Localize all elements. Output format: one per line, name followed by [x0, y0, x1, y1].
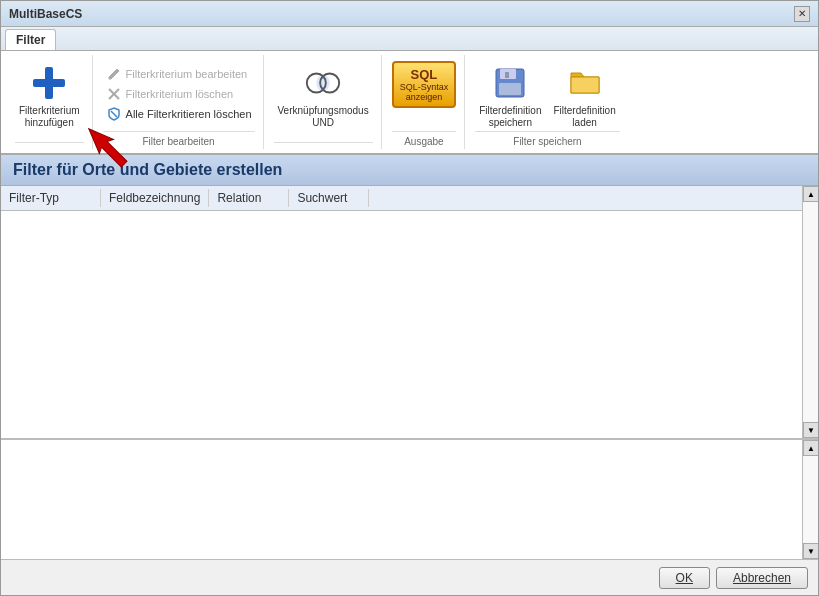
- col-relation: Relation: [209, 189, 289, 207]
- bottom-scrollbar: ▲ ▼: [802, 440, 818, 559]
- tab-filter[interactable]: Filter: [5, 29, 56, 50]
- bottom-scroll-down-button[interactable]: ▼: [803, 543, 818, 559]
- edit-criterion-label: Filterkriterium bearbeiten: [126, 68, 248, 80]
- cancel-button[interactable]: Abbrechen: [716, 567, 808, 589]
- link-mode-button[interactable]: VerknüpfungsmodusUND: [274, 61, 373, 131]
- svg-rect-1: [33, 79, 65, 87]
- folder-icon: [565, 63, 605, 103]
- filter-speichern-label: Filter speichern: [475, 131, 620, 147]
- filter-table-section: Filter-Typ Feldbezeichnung Relation Such…: [1, 186, 818, 439]
- svg-point-7: [316, 74, 329, 91]
- bottom-panel: ▲ ▼: [1, 439, 818, 559]
- title-bar: MultiBaseCS ✕: [1, 1, 818, 27]
- pencil-icon: [106, 66, 122, 82]
- ribbon-tabs: Filter: [1, 27, 818, 51]
- sql-sub-label: SQL-Syntaxanzeigen: [400, 82, 449, 102]
- table-header: Filter-Typ Feldbezeichnung Relation Such…: [1, 186, 818, 211]
- load-filter-def-label: Filterdefinitionladen: [553, 105, 615, 129]
- shield-x-icon: [106, 106, 122, 122]
- footer: OK Abbrechen: [1, 559, 818, 595]
- add-criterion-label: Filterkriteriumhinzufügen: [19, 105, 80, 129]
- bottom-scroll-track: [803, 456, 818, 543]
- save-filter-def-label: Filterdefinitionspeichern: [479, 105, 541, 129]
- ribbon: Filterkriteriumhinzufügen Filter: [1, 51, 818, 155]
- ribbon-group-edit-filter: Filterkriterium bearbeiten Filterkriteri…: [95, 55, 264, 149]
- main-window: MultiBaseCS ✕ Filter Filterkriteriumhinz…: [0, 0, 819, 596]
- scroll-up-button[interactable]: ▲: [803, 186, 818, 202]
- col-feldbezeichnung: Feldbezeichnung: [101, 189, 209, 207]
- delete-all-criteria-button[interactable]: Alle Filterkritieren löschen: [103, 105, 255, 123]
- window-title: MultiBaseCS: [9, 7, 82, 21]
- x-icon: [106, 86, 122, 102]
- link-mode-label: VerknüpfungsmodusUND: [278, 105, 369, 129]
- table-body[interactable]: [1, 211, 818, 438]
- plus-icon: [29, 63, 69, 103]
- ok-button[interactable]: OK: [659, 567, 710, 589]
- col-suchwert: Suchwert: [289, 189, 369, 207]
- col-filter-typ: Filter-Typ: [1, 189, 101, 207]
- scroll-down-button[interactable]: ▼: [803, 422, 818, 438]
- load-filter-def-button[interactable]: Filterdefinitionladen: [549, 61, 619, 131]
- save-filter-def-button[interactable]: Filterdefinitionspeichern: [475, 61, 545, 131]
- bottom-scroll-up-button[interactable]: ▲: [803, 440, 818, 456]
- content-area: Filter für Orte und Gebiete erstellen Fi…: [1, 155, 818, 559]
- sql-label: SQL: [411, 67, 438, 82]
- delete-all-criteria-label: Alle Filterkritieren löschen: [126, 108, 252, 120]
- section-title: Filter für Orte und Gebiete erstellen: [1, 155, 818, 186]
- close-button[interactable]: ✕: [794, 6, 810, 22]
- svg-rect-11: [505, 72, 509, 78]
- delete-criterion-button[interactable]: Filterkriterium löschen: [103, 85, 237, 103]
- ausgabe-label: Ausgabe: [392, 131, 457, 147]
- link-icon: [303, 63, 343, 103]
- sql-syntax-button[interactable]: SQL SQL-Syntaxanzeigen: [392, 61, 457, 108]
- filter-bearbeiten-label: Filter bearbeiten: [103, 131, 255, 147]
- scroll-track: [803, 202, 818, 422]
- ribbon-group-output: SQL SQL-Syntaxanzeigen Ausgabe: [384, 55, 466, 149]
- ribbon-group-save-filter: Filterdefinitionspeichern Filterdefiniti…: [467, 55, 628, 149]
- edit-criterion-button[interactable]: Filterkriterium bearbeiten: [103, 65, 251, 83]
- svg-line-4: [111, 111, 117, 117]
- svg-rect-10: [499, 83, 521, 95]
- ribbon-group-link-mode: VerknüpfungsmodusUND: [266, 55, 382, 149]
- delete-criterion-label: Filterkriterium löschen: [126, 88, 234, 100]
- floppy-icon: [490, 63, 530, 103]
- add-criterion-button[interactable]: Filterkriteriumhinzufügen: [15, 61, 84, 131]
- ribbon-group-add-filter: Filterkriteriumhinzufügen: [7, 55, 93, 149]
- table-scrollbar: ▲ ▼: [802, 186, 818, 438]
